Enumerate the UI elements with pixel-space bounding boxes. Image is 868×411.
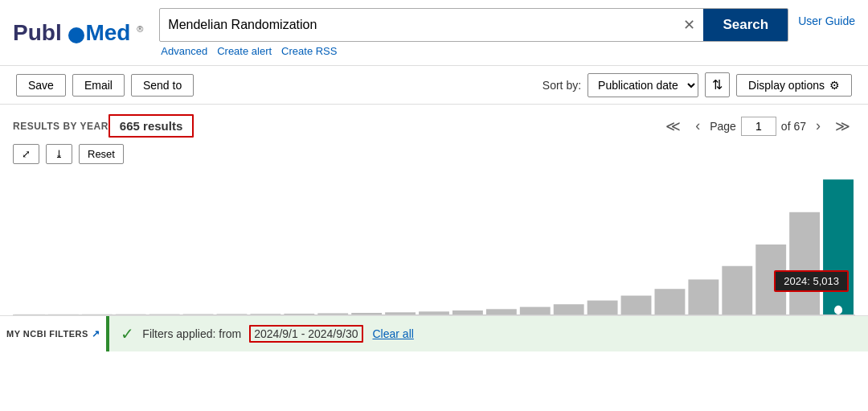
display-options-label: Display options <box>748 79 825 92</box>
user-guide-link[interactable]: User Guide <box>798 14 855 27</box>
advanced-link[interactable]: Advanced <box>161 45 207 57</box>
email-button[interactable]: Email <box>72 74 125 97</box>
logo-circle <box>68 27 84 43</box>
filter-applied-text: Filters applied: from <box>142 327 241 340</box>
svg-rect-8 <box>284 314 314 314</box>
svg-rect-13 <box>452 310 483 314</box>
page-of: of 67 <box>781 120 806 133</box>
prev-page-button[interactable]: ‹ <box>690 116 705 136</box>
svg-point-25 <box>833 305 843 314</box>
svg-rect-24 <box>823 179 854 314</box>
expand-chart-button[interactable]: ⤢ <box>13 144 39 164</box>
save-button[interactable]: Save <box>16 74 66 97</box>
last-page-button[interactable]: ≫ <box>830 116 855 137</box>
logo-text: Publ Med ® <box>13 20 143 46</box>
svg-rect-17 <box>588 301 618 314</box>
toolbar: Save Email Send to Sort by: Publication … <box>0 66 868 105</box>
sort-label: Sort by: <box>542 79 581 92</box>
svg-rect-19 <box>654 289 685 314</box>
search-input[interactable] <box>160 11 675 39</box>
page-label: Page <box>710 120 736 133</box>
chart-tooltip: 2024: 5,013 <box>774 270 849 292</box>
filter-applied-bar: ✓ Filters applied: from 2024/9/1 - 2024/… <box>106 316 868 351</box>
logo-registered: ® <box>137 23 143 33</box>
svg-rect-15 <box>520 307 551 314</box>
results-count: 665 results <box>108 114 194 138</box>
svg-rect-5 <box>183 314 214 314</box>
logo-med-letter: Med <box>62 20 137 45</box>
svg-rect-14 <box>486 309 517 314</box>
svg-rect-23 <box>789 212 820 314</box>
display-options-button[interactable]: Display options ⚙ <box>736 74 852 97</box>
search-links: Advanced Create alert Create RSS <box>159 42 788 57</box>
create-rss-link[interactable]: Create RSS <box>281 45 337 57</box>
download-chart-button[interactable]: ⤓ <box>46 144 72 164</box>
my-ncbi-label: MY NCBI FILTERS ↗ <box>0 316 106 351</box>
reset-chart-button[interactable]: Reset <box>79 144 124 164</box>
svg-rect-21 <box>722 266 752 314</box>
sort-group: Sort by: Publication date ⇅ Display opti… <box>542 72 852 97</box>
my-ncbi-text: MY NCBI FILTERS <box>6 329 88 339</box>
gear-icon: ⚙ <box>829 79 840 92</box>
first-page-button[interactable]: ≪ <box>661 116 686 137</box>
pagination: ≪ ‹ Page of 67 › ≫ <box>661 116 855 137</box>
header: Publ Med ® ✕ Search Advanced Create aler… <box>0 0 868 66</box>
search-row: ✕ Search <box>159 8 788 42</box>
sort-select[interactable]: Publication date <box>588 73 698 97</box>
svg-rect-9 <box>317 313 348 314</box>
svg-rect-20 <box>688 279 719 314</box>
sort-order-button[interactable]: ⇅ <box>705 72 730 97</box>
svg-rect-6 <box>217 314 248 314</box>
search-wrapper: ✕ Search Advanced Create alert Create RS… <box>159 8 788 57</box>
send-to-button[interactable]: Send to <box>131 74 194 97</box>
chart-svg <box>13 171 855 314</box>
search-button[interactable]: Search <box>703 9 788 41</box>
results-area: RESULTS BY YEAR 665 results ≪ ‹ Page of … <box>0 105 868 315</box>
svg-rect-16 <box>554 304 584 314</box>
create-alert-link[interactable]: Create alert <box>217 45 272 57</box>
results-header: RESULTS BY YEAR 665 results ≪ ‹ Page of … <box>13 114 855 138</box>
results-by-year-label: RESULTS BY YEAR <box>13 121 108 132</box>
filter-date-range: 2024/9/1 - 2024/9/30 <box>249 325 362 343</box>
search-clear-button[interactable]: ✕ <box>675 10 703 40</box>
svg-rect-7 <box>250 314 280 314</box>
chart-controls: ⤢ ⤓ Reset <box>13 144 855 164</box>
filter-check-icon: ✓ <box>121 324 134 343</box>
page-input[interactable] <box>741 117 776 136</box>
svg-rect-12 <box>419 311 449 314</box>
chart-container: 2024: 5,013 <box>13 171 855 315</box>
logo: Publ Med ® <box>13 20 143 46</box>
next-page-button[interactable]: › <box>811 116 825 136</box>
svg-rect-18 <box>621 296 652 314</box>
my-ncbi-external-link[interactable]: ↗ <box>92 328 100 339</box>
filter-clear-link[interactable]: Clear all <box>373 327 414 340</box>
filters-row: MY NCBI FILTERS ↗ ✓ Filters applied: fro… <box>0 315 868 351</box>
svg-rect-11 <box>385 312 416 314</box>
svg-rect-10 <box>351 313 382 314</box>
